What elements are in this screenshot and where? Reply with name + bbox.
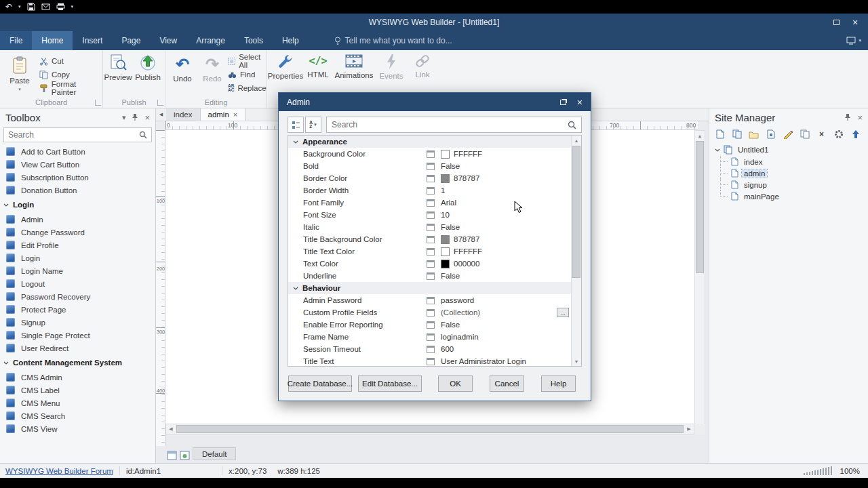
format-painter-button[interactable]: Format Painter: [39, 81, 102, 95]
category-appearance[interactable]: Appearance: [288, 136, 571, 148]
replace-button[interactable]: ABAC Replace: [228, 81, 267, 95]
new-page-button[interactable]: [712, 127, 728, 141]
property-row[interactable]: Title Background Color878787: [288, 233, 571, 245]
set-home-page-button[interactable]: [848, 127, 863, 141]
toolbox-item[interactable]: CMS Search: [0, 409, 155, 422]
scroll-down-icon[interactable]: ▼: [572, 357, 581, 366]
property-grid-scrollbar[interactable]: ▲ ▼: [571, 136, 581, 366]
tab-home[interactable]: Home: [32, 31, 73, 50]
zoom-percent[interactable]: 100%: [840, 467, 860, 475]
property-row[interactable]: Text Color000000: [288, 258, 571, 270]
doc-tab-index[interactable]: index: [166, 108, 201, 121]
toolbox-item[interactable]: Add to Cart Button: [0, 145, 155, 158]
toolbox-item[interactable]: Login: [0, 251, 155, 264]
undo-button[interactable]: ↶ Undo: [168, 53, 197, 83]
paste-button[interactable]: Paste ▾: [4, 53, 35, 96]
tree-page-item[interactable]: mainPage: [709, 190, 868, 202]
property-row[interactable]: Admin Passwordpassword: [288, 294, 571, 306]
vertical-scrollbar[interactable]: ▲ ▼: [694, 130, 705, 434]
chevron-down-icon[interactable]: [715, 148, 720, 152]
dialog-title-bar[interactable]: Admin ×: [279, 93, 591, 111]
pin-icon[interactable]: [132, 113, 138, 121]
dialog-maximize-icon[interactable]: [560, 100, 566, 105]
save-icon[interactable]: [27, 3, 35, 11]
toolbox-item[interactable]: Single Page Protect: [0, 329, 155, 342]
toolbox-item[interactable]: Password Recovery: [0, 290, 155, 303]
edit-database-button[interactable]: Edit Database...: [358, 375, 422, 392]
cancel-button[interactable]: Cancel: [490, 375, 524, 392]
undo-icon[interactable]: ↶: [5, 3, 12, 11]
toolbox-item[interactable]: Edit Profile: [0, 239, 155, 251]
dialog-launcher-icon[interactable]: [95, 100, 101, 106]
toolbox-item[interactable]: CMS View: [0, 422, 155, 435]
property-row[interactable]: Title Text ColorFFFFFF: [288, 245, 571, 258]
site-settings-button[interactable]: [831, 127, 846, 141]
tab-tools[interactable]: Tools: [235, 31, 273, 50]
toolbox-item[interactable]: Admin: [0, 213, 155, 226]
new-folder-button[interactable]: [746, 127, 762, 141]
find-button[interactable]: Find: [228, 68, 267, 81]
tree-root-item[interactable]: Untitled1: [709, 144, 868, 156]
toolbox-section-cms[interactable]: Content Management System: [0, 354, 155, 371]
property-row[interactable]: UnderlineFalse: [288, 270, 571, 282]
property-row[interactable]: BoldFalse: [288, 160, 571, 172]
toolbox-item[interactable]: User Redirect: [0, 342, 155, 354]
master-frame-tab[interactable]: Default: [193, 447, 236, 460]
property-row[interactable]: Font FamilyArial: [288, 197, 571, 209]
toolbox-section-login[interactable]: Login: [0, 197, 155, 213]
sort-alphabetical-button[interactable]: AZ▼: [305, 117, 321, 133]
display-options-button[interactable]: ▾: [846, 31, 868, 50]
scroll-up-icon[interactable]: ▲: [695, 131, 705, 140]
cut-button[interactable]: Cut: [39, 54, 102, 68]
toolbox-item[interactable]: Donation Button: [0, 184, 155, 197]
doc-tab-admin[interactable]: admin×: [201, 108, 246, 121]
property-row[interactable]: ItalicFalse: [288, 221, 571, 233]
toolbox-item[interactable]: Signup: [0, 316, 155, 329]
maximize-button[interactable]: [827, 16, 845, 28]
tab-file[interactable]: File: [0, 31, 32, 50]
ok-button[interactable]: OK: [438, 375, 473, 392]
scroll-thumb[interactable]: [696, 141, 704, 273]
tab-insert[interactable]: Insert: [73, 31, 112, 50]
dialog-launcher-icon[interactable]: [157, 100, 163, 106]
print-icon[interactable]: [56, 3, 65, 11]
dialog-close-icon[interactable]: ×: [577, 97, 583, 108]
close-panel-icon[interactable]: ×: [144, 113, 150, 123]
normal-view-icon[interactable]: [167, 451, 177, 460]
tree-page-item[interactable]: signup: [709, 179, 868, 190]
copy-page-button[interactable]: [797, 127, 812, 141]
scroll-left-icon[interactable]: ◀: [166, 424, 176, 434]
redo-button[interactable]: ↷ Redo: [198, 53, 226, 83]
caret-down-icon[interactable]: ▾: [18, 4, 21, 9]
forum-link[interactable]: WYSIWYG Web Builder Forum: [5, 467, 113, 475]
tab-help[interactable]: Help: [273, 31, 309, 50]
copy-button[interactable]: Copy: [39, 68, 102, 81]
property-search-box[interactable]: [326, 117, 582, 133]
tree-page-item[interactable]: index: [709, 156, 868, 167]
page-properties-button[interactable]: [763, 127, 778, 141]
select-all-button[interactable]: Select All: [228, 54, 267, 68]
toolbox-item[interactable]: Subscription Button: [0, 171, 155, 184]
scroll-thumb[interactable]: [572, 146, 580, 278]
toolbox-search-input[interactable]: [8, 130, 136, 140]
property-row[interactable]: Session Timeout600: [288, 343, 571, 355]
zoom-control[interactable]: 100%: [804, 466, 863, 475]
toolbox-item[interactable]: View Cart Button: [0, 158, 155, 171]
help-button[interactable]: Help: [541, 375, 576, 392]
toolbox-item[interactable]: CMS Admin: [0, 371, 155, 384]
tab-page[interactable]: Page: [112, 31, 150, 50]
qat-menu-caret-icon[interactable]: ▾: [71, 4, 74, 9]
close-panel-icon[interactable]: ×: [857, 113, 863, 123]
delete-page-button[interactable]: ×: [814, 127, 829, 141]
property-row[interactable]: Font Size10: [288, 209, 571, 221]
tab-arrange[interactable]: Arrange: [186, 31, 235, 50]
property-row[interactable]: Custom Profile Fields(Collection)...: [288, 306, 571, 319]
create-database-button[interactable]: Create Database...: [288, 375, 352, 392]
tell-me-box[interactable]: Tell me what you want to do...: [334, 31, 452, 50]
email-icon[interactable]: [41, 3, 50, 11]
toolbox-item[interactable]: Change Password: [0, 226, 155, 239]
toolbox-search[interactable]: [3, 127, 152, 142]
close-button[interactable]: ×: [846, 16, 864, 28]
toolbox-item[interactable]: Login Name: [0, 264, 155, 277]
tree-page-item[interactable]: admin: [709, 167, 868, 179]
